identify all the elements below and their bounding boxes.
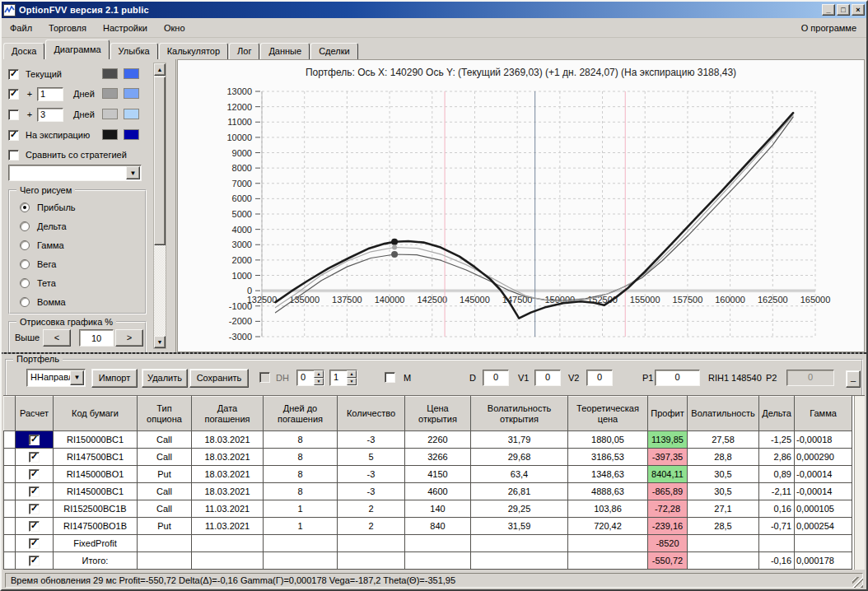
cell-Цена открытия[interactable]: 3266 bbox=[405, 449, 471, 466]
series-color-swatch-gray[interactable] bbox=[102, 88, 118, 99]
v2-input[interactable]: 0 bbox=[586, 370, 613, 386]
spin-up-icon[interactable]: ▲ bbox=[314, 370, 324, 378]
cell-Дельта[interactable]: -0,71 bbox=[759, 518, 795, 535]
cell-Код бумаги[interactable]: RI152500BC1B bbox=[54, 500, 138, 518]
table-scrollbar[interactable] bbox=[854, 396, 865, 570]
cell-Дней до погашения[interactable]: 8 bbox=[264, 483, 338, 500]
calc-checkbox-cell[interactable] bbox=[16, 431, 54, 449]
series-color-swatch-blue[interactable] bbox=[124, 109, 139, 119]
cell-Волатильность[interactable]: 27,1 bbox=[688, 500, 759, 518]
cell-Профит[interactable]: 1139,85 bbox=[648, 431, 688, 449]
cell-Дата погашения[interactable]: 18.03.2021 bbox=[192, 431, 264, 449]
spin-up-icon[interactable]: ▲ bbox=[347, 370, 357, 378]
cell-Гамма[interactable]: 0,000290 bbox=[795, 449, 852, 466]
cell-Волатильность[interactable]: 30,5 bbox=[688, 466, 759, 483]
cell-Дней до погашения[interactable] bbox=[264, 552, 338, 570]
scroll-up-icon[interactable]: ▲ bbox=[154, 63, 166, 76]
save-button[interactable]: Сохранить bbox=[189, 369, 249, 388]
resize-grip-icon[interactable] bbox=[852, 577, 863, 588]
cell-Цена открытия[interactable]: 4600 bbox=[405, 483, 471, 500]
calc-checkbox[interactable] bbox=[29, 538, 40, 549]
series-checkbox[interactable] bbox=[8, 130, 19, 141]
radio-вега[interactable] bbox=[20, 259, 30, 269]
cell-Тип опциона[interactable]: Put bbox=[138, 518, 192, 535]
cell-Дата погашения[interactable]: 18.03.2021 bbox=[192, 483, 264, 500]
cell-Волатильность открытия[interactable] bbox=[471, 535, 568, 552]
cell-Профит[interactable]: 8404,11 bbox=[648, 466, 688, 483]
calc-checkbox-cell[interactable] bbox=[16, 500, 54, 518]
cell-Волатильность открытия[interactable]: 29,68 bbox=[471, 449, 568, 466]
cell-Цена открытия[interactable] bbox=[405, 535, 471, 552]
tab-сделки[interactable]: Сделки bbox=[310, 43, 358, 59]
cell-Количество[interactable]: -3 bbox=[338, 483, 405, 500]
compare-checkbox[interactable] bbox=[8, 150, 19, 161]
cell-Дельта[interactable]: -0,16 bbox=[759, 552, 795, 570]
cell-Код бумаги[interactable]: RI150000BC1 bbox=[54, 431, 138, 449]
tab-улыбка[interactable]: Улыбка bbox=[110, 43, 158, 59]
cell-Дата погашения[interactable] bbox=[192, 552, 264, 570]
cell-Волатильность открытия[interactable]: 63,4 bbox=[471, 466, 568, 483]
calc-checkbox-cell[interactable] bbox=[16, 483, 54, 500]
cell-Дата погашения[interactable] bbox=[192, 535, 264, 552]
cell-Количество[interactable] bbox=[338, 535, 405, 552]
cell-Количество[interactable]: 2 bbox=[338, 518, 405, 535]
spin-down-icon[interactable]: ▼ bbox=[347, 378, 357, 385]
calc-checkbox[interactable] bbox=[29, 504, 40, 514]
percent-input[interactable]: 10 bbox=[79, 329, 114, 347]
series-checkbox[interactable] bbox=[8, 109, 19, 120]
cell-Цена открытия[interactable]: 4150 bbox=[405, 466, 471, 483]
m-checkbox[interactable] bbox=[385, 372, 395, 383]
cell-Гамма[interactable]: 0,000254 bbox=[795, 518, 852, 535]
radio-прибыль[interactable] bbox=[20, 202, 30, 212]
indicator-cell[interactable] bbox=[4, 431, 16, 449]
cell-Профит[interactable]: -397,35 bbox=[648, 449, 688, 466]
cell-Количество[interactable]: 2 bbox=[338, 500, 405, 518]
calc-checkbox[interactable] bbox=[29, 435, 40, 445]
cell-Дельта[interactable]: 2,86 bbox=[759, 449, 795, 466]
cell-Волатильность открытия[interactable]: 31,59 bbox=[471, 518, 568, 535]
cell-Гамма[interactable]: 0,000105 bbox=[795, 500, 852, 518]
cell-Дней до погашения[interactable]: 8 bbox=[264, 466, 338, 483]
cell-Профит[interactable]: -8520 bbox=[648, 535, 688, 552]
collapse-panel-button[interactable]: _ bbox=[846, 370, 861, 388]
cell-Тип опциона[interactable]: Call bbox=[138, 500, 192, 518]
days-input[interactable]: 3 bbox=[37, 108, 63, 122]
cell-Профит[interactable]: -865,89 bbox=[648, 483, 688, 500]
menu-item-файл[interactable]: Файл bbox=[2, 20, 40, 36]
calc-checkbox-cell[interactable] bbox=[16, 449, 54, 466]
series-checkbox[interactable] bbox=[8, 69, 19, 80]
cell-Гамма[interactable]: -0,00014 bbox=[795, 466, 852, 483]
cell-Цена открытия[interactable] bbox=[405, 552, 471, 570]
cell-Волатильность открытия[interactable]: 31,79 bbox=[471, 431, 568, 449]
cell-Дней до погашения[interactable]: 8 bbox=[264, 449, 338, 466]
chevron-down-icon[interactable]: ▼ bbox=[70, 370, 84, 385]
indicator-cell[interactable] bbox=[4, 518, 16, 535]
radio-вомма[interactable] bbox=[20, 297, 30, 307]
close-icon[interactable]: × bbox=[852, 4, 865, 16]
indicator-cell[interactable] bbox=[4, 466, 16, 483]
spin-down-icon[interactable]: ▼ bbox=[314, 378, 324, 385]
scroll-down-icon[interactable]: ▼ bbox=[154, 336, 166, 348]
days-input[interactable]: 1 bbox=[37, 87, 63, 101]
indicator-cell[interactable] bbox=[4, 552, 16, 570]
cell-Гамма[interactable]: 0,000178 bbox=[795, 552, 852, 570]
series-color-swatch-gray[interactable] bbox=[102, 129, 118, 140]
cell-Дельта[interactable]: 0,16 bbox=[759, 500, 795, 518]
cell-Количество[interactable]: -3 bbox=[338, 431, 405, 449]
indicator-cell[interactable] bbox=[4, 449, 16, 466]
calc-checkbox[interactable] bbox=[29, 486, 40, 497]
cell-Дельта[interactable]: -1,25 bbox=[759, 431, 795, 449]
radio-тета[interactable] bbox=[20, 278, 30, 288]
calc-checkbox-cell[interactable] bbox=[16, 552, 54, 570]
tab-калькулятор[interactable]: Калькулятор bbox=[159, 43, 228, 59]
cell-Тип опциона[interactable] bbox=[138, 552, 192, 570]
cell-Гамма[interactable] bbox=[795, 535, 852, 552]
series-color-swatch-blue[interactable] bbox=[124, 68, 139, 79]
chevron-down-icon[interactable]: ▼ bbox=[126, 166, 140, 179]
series-color-swatch-blue[interactable] bbox=[124, 88, 139, 99]
cell-Профит[interactable]: -239,16 bbox=[648, 518, 688, 535]
menu-item-настройки[interactable]: Настройки bbox=[95, 20, 156, 36]
cell-Цена открытия[interactable]: 140 bbox=[405, 500, 471, 518]
minimize-icon[interactable]: _ bbox=[822, 4, 835, 16]
cell-Волатильность открытия[interactable]: 29,25 bbox=[471, 500, 568, 518]
